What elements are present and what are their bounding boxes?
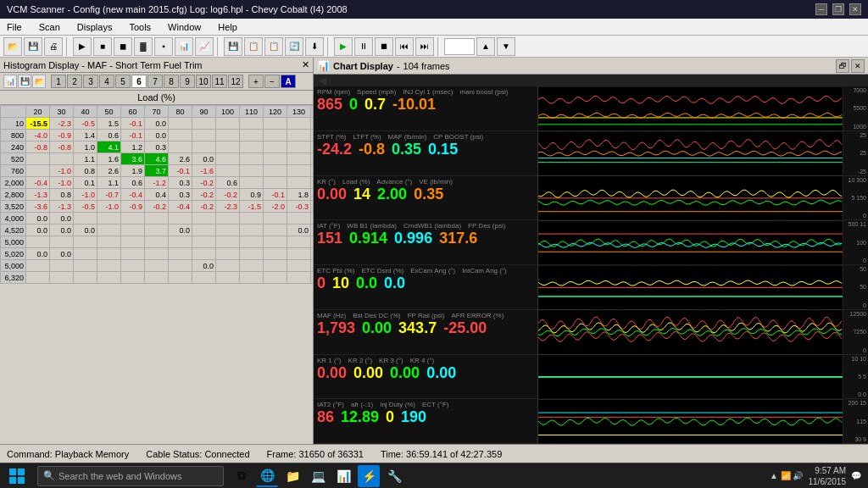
histo-cell — [264, 177, 287, 189]
scale-value: 7000 — [845, 87, 866, 93]
tb-open-btn[interactable]: 📂 — [3, 37, 22, 56]
tab-11[interactable]: 11 — [212, 75, 227, 88]
tab-1[interactable]: 1 — [51, 75, 66, 88]
histo-cell: -0.5 — [74, 118, 97, 130]
histo-cell — [264, 165, 287, 177]
menu-displays[interactable]: Displays — [74, 21, 116, 33]
histo-cell — [26, 260, 50, 272]
tab-icon-btn[interactable]: 📊 — [3, 75, 17, 88]
tb-print-btn[interactable]: 🖨 — [44, 37, 63, 56]
chart-data-row: STFT (%)LTFT (%)MAF (lb/min)CP BOOST (ps… — [314, 131, 537, 176]
chart-data-row: IAT2 (°F)afr (-:1)Inj Duty (%)ECT (°F)86… — [314, 399, 537, 444]
scale-row: 700055001000 — [843, 86, 868, 131]
col-header-50: 50 — [97, 106, 121, 118]
frame-dn-btn[interactable]: ▼ — [497, 37, 515, 56]
col-header-70: 70 — [145, 106, 169, 118]
tab-open-btn[interactable]: 📂 — [32, 75, 46, 88]
tab-3[interactable]: 3 — [83, 75, 98, 88]
tb-pause2-btn[interactable]: ⏮ — [395, 37, 414, 56]
tb-btn7[interactable]: 📊 — [175, 37, 193, 56]
scale-value: 25 — [845, 132, 866, 138]
histo-cell — [50, 272, 74, 284]
tb-pause-btn[interactable]: ⏸ — [354, 37, 373, 56]
tb-btn12[interactable]: 🔄 — [285, 37, 303, 56]
tab-add-btn[interactable]: + — [248, 75, 264, 88]
notification-icon[interactable]: 💬 — [851, 471, 861, 480]
tb-stop-btn[interactable]: ⏹ — [375, 37, 393, 56]
tab-remove-btn[interactable]: − — [264, 75, 280, 88]
data-values: 0.00142.000.35 — [317, 186, 534, 203]
tab-9[interactable]: 9 — [180, 75, 195, 88]
scale-value: 7250 — [845, 329, 866, 335]
histo-cell — [240, 130, 264, 141]
tb-btn5[interactable]: ▓ — [134, 37, 153, 56]
histogram-header: Histogram Display - MAF - Short Term Fue… — [0, 58, 313, 73]
data-value: 14 — [353, 186, 370, 203]
histo-cell — [121, 236, 145, 248]
menu-tools[interactable]: Tools — [125, 21, 154, 33]
tb-btn4[interactable]: ◼ — [114, 37, 132, 56]
restore-button[interactable]: ❐ — [832, 3, 844, 15]
close-button[interactable]: ✕ — [849, 3, 861, 15]
histo-cell: -0.7 — [97, 189, 121, 201]
col-header-60: 60 — [121, 106, 145, 118]
tb-save-btn[interactable]: 💾 — [24, 37, 42, 56]
histo-cell: -1.6 — [192, 165, 216, 177]
tb-play-btn[interactable]: ▶ — [334, 37, 353, 56]
frame-spinbox[interactable]: 10 — [444, 38, 475, 55]
menu-scan[interactable]: Scan — [36, 21, 64, 33]
menu-help[interactable]: Help — [214, 21, 241, 33]
data-label: KR 3 (°) — [379, 357, 403, 364]
col-header-30: 30 — [50, 106, 74, 118]
histo-cell — [287, 248, 311, 260]
menu-window[interactable]: Window — [164, 21, 204, 33]
tb-btn10[interactable]: 📋 — [244, 37, 263, 56]
histogram-close-btn[interactable]: ✕ — [302, 59, 309, 70]
tab-12[interactable]: 12 — [228, 75, 243, 88]
task-view-btn[interactable]: ⧉ — [231, 465, 253, 487]
tab-a-btn[interactable]: A — [281, 75, 296, 88]
tb-btn3[interactable]: ■ — [93, 37, 112, 56]
histo-cell — [74, 248, 97, 260]
edge-icon[interactable]: 🌐 — [256, 465, 278, 487]
tab-6[interactable]: 6 — [131, 75, 147, 88]
tab-2[interactable]: 2 — [67, 75, 82, 88]
tb-btn6[interactable]: ▪ — [154, 37, 173, 56]
histogram-table-container[interactable]: 20 30 40 50 60 70 80 90 100 110 120 130 … — [0, 105, 313, 444]
computer-icon[interactable]: 💻 — [307, 465, 329, 487]
tab-5[interactable]: 5 — [115, 75, 131, 88]
data-labels: RPM (rpm)Speed (mph)INJ Cyl 1 (msec)mani… — [317, 88, 534, 96]
taskbar-search[interactable]: 🔍 Search the web and Windows — [37, 466, 224, 486]
scale-value: 10 10 — [845, 356, 866, 362]
chart-left-arrow[interactable]: ◀ — [317, 75, 328, 86]
data-label: afr (-:1) — [351, 401, 373, 408]
power-icon[interactable]: ⚡ — [358, 465, 380, 487]
tb-btn13[interactable]: ⬇ — [305, 37, 324, 56]
tab-row: 📊 💾 📂 1 2 3 4 5 6 7 8 9 10 11 12 + − — [0, 73, 313, 91]
tb-btn9[interactable]: 💾 — [224, 37, 242, 56]
scale-value: 500 11 — [845, 221, 866, 227]
tb-btn11[interactable]: 📋 — [264, 37, 283, 56]
start-button[interactable] — [0, 463, 34, 489]
scale-value: 100 — [845, 240, 866, 246]
tb-btn8[interactable]: 📈 — [195, 37, 214, 56]
tb-fwd-btn[interactable]: ⏭ — [415, 37, 434, 56]
tab-save-btn[interactable]: 💾 — [18, 75, 31, 88]
tools-icon[interactable]: 🔧 — [383, 465, 405, 487]
histo-cell: -0.8 — [50, 141, 74, 153]
tab-7[interactable]: 7 — [147, 75, 163, 88]
explorer-icon[interactable]: 📁 — [281, 465, 303, 487]
histo-cell: -0.2 — [192, 201, 216, 213]
tb-btn2[interactable]: ▶ — [73, 37, 92, 56]
tab-10[interactable]: 10 — [196, 75, 211, 88]
chart-restore-btn[interactable]: 🗗 — [836, 59, 849, 73]
tab-8[interactable]: 8 — [164, 75, 179, 88]
minimize-button[interactable]: ─ — [815, 3, 827, 15]
menu-file[interactable]: File — [3, 21, 25, 33]
chart-close-btn[interactable]: ✕ — [851, 59, 865, 73]
frame-up-btn[interactable]: ▲ — [476, 37, 495, 56]
data-label: INJ Cyl 1 (msec) — [403, 88, 453, 96]
col-header-80: 80 — [169, 106, 192, 118]
tab-4[interactable]: 4 — [99, 75, 114, 88]
calc-icon[interactable]: 📊 — [332, 465, 354, 487]
